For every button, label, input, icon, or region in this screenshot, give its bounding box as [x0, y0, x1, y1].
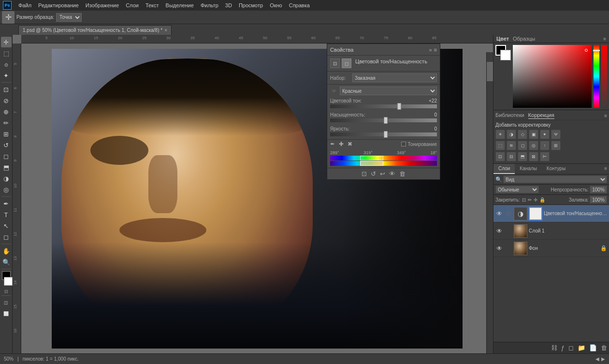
swatches-tab[interactable]: Образцы: [513, 36, 535, 42]
menu-view[interactable]: Просмотр: [236, 1, 266, 9]
libraries-tab[interactable]: Библиотеки: [495, 112, 524, 119]
link-layers-btn[interactable]: ⛓: [551, 344, 557, 351]
pen-tool[interactable]: ✒: [1, 198, 12, 209]
clone-tool[interactable]: ⊞: [1, 129, 12, 139]
channelmixer-icon[interactable]: ◎: [529, 141, 538, 150]
menu-filter[interactable]: Фильтр: [198, 1, 221, 9]
eraser-tool[interactable]: ◻: [1, 151, 12, 161]
screen-mode-btn[interactable]: ⬜: [1, 308, 12, 319]
hue-slider-thumb[interactable]: [397, 103, 401, 110]
new-layer-btn[interactable]: 📄: [589, 344, 597, 351]
menu-help[interactable]: Справка: [286, 1, 313, 9]
levels-icon[interactable]: ◑: [507, 130, 516, 139]
color-tab[interactable]: Цвет: [496, 36, 509, 42]
reset-icon[interactable]: ↺: [371, 170, 376, 177]
color-gradient-picker[interactable]: [513, 45, 592, 108]
default-colors-icon[interactable]: ⊡: [4, 289, 8, 294]
curves-icon[interactable]: ◇: [518, 130, 527, 139]
layer-item-layer1[interactable]: 👁 Слой 1: [493, 222, 609, 240]
background-color-swatch[interactable]: [500, 50, 511, 60]
menu-edit[interactable]: Редактирование: [35, 1, 82, 9]
selectcolor-icon[interactable]: ⊢: [540, 152, 550, 161]
delete-icon[interactable]: 🗑: [399, 170, 406, 177]
fill-input[interactable]: [590, 196, 607, 204]
properties-expand-btn[interactable]: »: [429, 47, 432, 53]
layers-tab-paths[interactable]: Контуры: [542, 164, 570, 174]
lightness-slider-track[interactable]: [330, 132, 437, 136]
posterize-icon[interactable]: ⊟: [507, 152, 516, 161]
dodge-tool[interactable]: ◎: [1, 184, 12, 195]
navigate-next-btn[interactable]: ▶: [601, 356, 605, 362]
subtract-sample-icon[interactable]: ✖: [348, 141, 352, 147]
colorbalance-icon[interactable]: ⬚: [495, 141, 505, 150]
document-tab[interactable]: 1.psd @ 50% (Цветовой тон/Насыщенность 1…: [18, 25, 172, 35]
color-range-select[interactable]: Красные: [340, 87, 437, 95]
lock-transparency-icon[interactable]: ⊡: [522, 197, 526, 203]
brush-tool[interactable]: ✏: [1, 117, 12, 128]
photofilter-icon[interactable]: ◻: [518, 141, 527, 150]
vibrance-icon[interactable]: ✦: [540, 130, 550, 139]
blend-mode-select[interactable]: Обычные: [495, 186, 539, 193]
mask-icon-btn[interactable]: ◻: [342, 58, 351, 68]
menu-window[interactable]: Окно: [267, 1, 285, 9]
lasso-tool[interactable]: ⌾: [1, 59, 12, 70]
crop-tool[interactable]: ⊡: [1, 84, 12, 95]
properties-menu-btn[interactable]: ≡: [434, 47, 437, 53]
layer-item-background[interactable]: 👁 Фон 🔒: [493, 240, 609, 257]
invert-icon[interactable]: ⊡: [495, 152, 505, 161]
blur-tool[interactable]: ◑: [1, 173, 12, 184]
lock-move-icon[interactable]: ✛: [534, 197, 537, 203]
navigate-prev-btn[interactable]: ◀: [595, 356, 599, 362]
undo-icon[interactable]: ↩: [380, 170, 385, 177]
color-picker-tool-icon[interactable]: ✒: [330, 141, 335, 147]
create-layer-icon[interactable]: ⊡: [362, 170, 367, 177]
layers-tab-layers[interactable]: Слои: [493, 164, 515, 174]
layers-panel-menu[interactable]: ≡: [602, 164, 609, 174]
huesat-icon[interactable]: Ψ: [551, 130, 561, 139]
lock-all-icon[interactable]: 🔒: [539, 197, 545, 203]
bw-icon[interactable]: ≋: [507, 141, 516, 150]
opacity-input[interactable]: [590, 186, 607, 193]
visibility-icon[interactable]: 👁: [389, 170, 395, 177]
menu-image[interactable]: Изображение: [83, 1, 122, 9]
saturation-slider-track[interactable]: [330, 118, 437, 122]
menu-text[interactable]: Текст: [143, 1, 162, 9]
layer-item-husat[interactable]: 👁 ⛓ ◑ Цветовой тон/Насыщенность 1: [493, 205, 609, 222]
selection-tool[interactable]: ⬚: [1, 48, 12, 58]
history-tool[interactable]: ↺: [1, 140, 12, 150]
colorlookup-icon[interactable]: ↑: [540, 141, 550, 150]
scrollbar-vertical[interactable]: [486, 52, 493, 353]
saturation-slider-thumb[interactable]: [384, 117, 388, 124]
layer-icon-btn[interactable]: ⊡: [330, 58, 340, 68]
zoom-tool[interactable]: 🔍: [1, 257, 12, 267]
path-select-tool[interactable]: ↖: [1, 220, 12, 231]
hue-slider-bar[interactable]: [594, 45, 599, 108]
exposure-icon[interactable]: ▣: [529, 130, 538, 139]
tab-close-button[interactable]: ×: [164, 28, 167, 33]
layers-filter-select[interactable]: Вид: [503, 175, 607, 183]
text-tool[interactable]: T: [1, 209, 12, 220]
alpha-slider-bar[interactable]: [601, 45, 607, 108]
menu-file[interactable]: Файл: [15, 1, 34, 9]
threshold-icon[interactable]: ⬒: [518, 152, 527, 161]
layer2-eye-icon[interactable]: 👁: [495, 227, 503, 235]
eyedropper-tool[interactable]: ⊘: [1, 95, 12, 106]
quick-mask-btn[interactable]: ◫: [1, 297, 12, 308]
grid-icon[interactable]: ⊞: [551, 141, 561, 150]
finger-tool-icon[interactable]: ☞: [330, 87, 338, 95]
move-tool[interactable]: ✛: [1, 37, 12, 47]
correction-panel-menu[interactable]: ≡: [604, 113, 607, 118]
magic-wand-tool[interactable]: ✦: [1, 70, 12, 81]
lock-paint-icon[interactable]: ✏: [528, 197, 532, 203]
move-tool-icon[interactable]: ✛: [2, 11, 14, 24]
add-mask-btn[interactable]: ◻: [568, 344, 574, 351]
brightness-contrast-icon[interactable]: ☀: [495, 130, 505, 139]
menu-select[interactable]: Выделение: [163, 1, 197, 9]
new-group-btn[interactable]: 📁: [578, 344, 585, 351]
hand-tool[interactable]: ✋: [1, 246, 12, 256]
menu-layers[interactable]: Слои: [123, 1, 142, 9]
lightness-slider-thumb[interactable]: [384, 131, 388, 138]
add-style-btn[interactable]: ƒ: [561, 344, 565, 351]
correction-tab[interactable]: Коррекция: [528, 112, 554, 119]
spot-heal-tool[interactable]: ⊕: [1, 106, 12, 117]
